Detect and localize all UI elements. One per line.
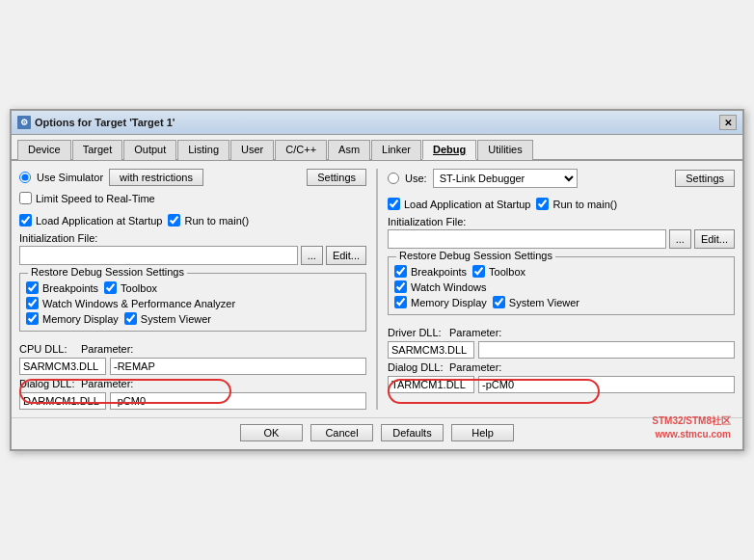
watch-right: Watch Windows — [394, 280, 728, 293]
init-file-left-row: ... Edit... — [19, 246, 366, 265]
toolbox-left-checkbox[interactable] — [104, 281, 117, 294]
run-to-main-right-checkbox[interactable] — [536, 198, 549, 210]
driver-dll-inputs — [388, 341, 735, 359]
right-settings-button[interactable]: Settings — [675, 170, 735, 187]
tab-utilities[interactable]: Utilities — [477, 140, 532, 160]
footer: OK Cancel Defaults Help STM32/STM8社区 www… — [12, 417, 742, 449]
toolbox-right: Toolbox — [472, 265, 525, 278]
simulator-radio[interactable] — [19, 172, 31, 183]
restore-group-left: Restore Debug Session Settings Breakpoin… — [19, 273, 366, 332]
init-file-left-label: Initialization File: — [19, 232, 366, 244]
panel-divider — [376, 169, 378, 410]
restore-group-left-label: Restore Debug Session Settings — [28, 266, 187, 278]
tab-target[interactable]: Target — [72, 140, 123, 160]
debugger-select[interactable]: ST-Link Debugger — [433, 169, 578, 188]
driver-param-input[interactable] — [478, 341, 735, 359]
dialog-param-input-left[interactable] — [110, 392, 366, 410]
watch-right-label: Watch Windows — [411, 281, 486, 293]
cpu-dll-input[interactable] — [19, 358, 106, 375]
tab-output[interactable]: Output — [123, 140, 176, 160]
title-bar-left: ⚙ Options for Target 'Target 1' — [17, 116, 175, 129]
tab-listing[interactable]: Listing — [177, 140, 229, 160]
run-to-main-right: Run to main() — [536, 198, 617, 210]
tab-linker[interactable]: Linker — [371, 140, 421, 160]
system-right: System Viewer — [493, 296, 579, 308]
cpu-dll-label: CPU DLL: — [19, 343, 77, 355]
init-file-right-browse[interactable]: ... — [669, 229, 691, 249]
init-file-right-input[interactable] — [388, 229, 666, 249]
cancel-button[interactable]: Cancel — [310, 424, 373, 441]
dialog-dll-row-left: Dialog DLL: Parameter: — [19, 378, 366, 389]
left-settings-button[interactable]: Settings — [307, 169, 366, 186]
toolbox-right-checkbox[interactable] — [472, 265, 485, 278]
memory-system-right: Memory Display System Viewer — [394, 296, 728, 308]
run-to-main-left-checkbox[interactable] — [168, 214, 180, 227]
breakpoints-toolbox-right: Breakpoints Toolbox — [394, 265, 728, 278]
run-to-main-left: Run to main() — [168, 214, 249, 227]
memory-right-label: Memory Display — [411, 297, 487, 308]
system-left-label: System Viewer — [141, 313, 211, 325]
breakpoints-left-checkbox[interactable] — [26, 281, 39, 294]
watermark-line2: www.stmcu.com — [652, 428, 731, 441]
right-panel: Use: ST-Link Debugger Settings Load Appl… — [388, 169, 735, 410]
with-restrictions-button[interactable]: with restrictions — [109, 169, 203, 186]
memory-left-checkbox[interactable] — [26, 312, 39, 325]
tab-bar: Device Target Output Listing User C/C++ … — [12, 135, 742, 161]
memory-left-label: Memory Display — [42, 313, 119, 325]
init-file-right-edit[interactable]: Edit... — [694, 229, 735, 249]
debugger-radio[interactable] — [388, 173, 399, 184]
watch-left-label: Watch Windows & Performance Analyzer — [42, 298, 235, 309]
load-app-right-checkbox[interactable] — [388, 198, 400, 210]
tab-device[interactable]: Device — [17, 140, 71, 160]
left-panel: Use Simulator with restrictions Settings… — [19, 169, 366, 410]
dialog-dll-input-left[interactable] — [19, 392, 106, 410]
toolbox-right-label: Toolbox — [489, 266, 525, 278]
dialog-dll-label-left: Dialog DLL: — [19, 378, 77, 389]
dialog-param-input-right[interactable] — [478, 376, 735, 393]
init-file-right: Initialization File: ... Edit... — [388, 216, 735, 249]
breakpoints-left: Breakpoints — [26, 281, 98, 294]
limit-speed-label: Limit Speed to Real-Time — [36, 193, 155, 204]
memory-right: Memory Display — [394, 296, 487, 308]
driver-dll-input[interactable] — [388, 341, 474, 359]
tab-user[interactable]: User — [230, 140, 274, 160]
breakpoints-right: Breakpoints — [394, 265, 467, 278]
limit-speed-checkbox[interactable] — [19, 192, 32, 204]
load-run-row-right: Load Application at Startup Run to main(… — [388, 198, 735, 210]
init-file-left-browse[interactable]: ... — [301, 246, 323, 265]
dialog-dll-input-right[interactable] — [388, 376, 474, 393]
cpu-param-label: Parameter: — [81, 343, 134, 355]
window-title: Options for Target 'Target 1' — [35, 117, 175, 128]
restore-group-left-content: Breakpoints Toolbox Watch Windows & Perf… — [26, 281, 360, 325]
watch-left-checkbox[interactable] — [26, 297, 39, 309]
init-file-left-edit[interactable]: Edit... — [326, 246, 366, 265]
watermark-line1: STM32/STM8社区 — [652, 414, 731, 428]
defaults-button[interactable]: Defaults — [381, 424, 444, 441]
help-button[interactable]: Help — [451, 424, 514, 441]
ok-button[interactable]: OK — [240, 424, 303, 441]
dialog-param-label-left: Parameter: — [81, 378, 134, 389]
dialog-param-label-right: Parameter: — [449, 361, 502, 373]
breakpoints-right-label: Breakpoints — [411, 266, 467, 278]
breakpoints-right-checkbox[interactable] — [394, 265, 407, 278]
load-app-left-label: Load Application at Startup — [36, 215, 162, 227]
system-right-checkbox[interactable] — [493, 296, 505, 308]
breakpoints-left-label: Breakpoints — [42, 282, 98, 294]
cpu-dll-inputs — [19, 358, 366, 375]
watch-right-checkbox[interactable] — [394, 280, 407, 293]
system-left-checkbox[interactable] — [124, 312, 137, 325]
debugger-use-label: Use: — [405, 173, 427, 184]
driver-dll-label: Driver DLL: — [388, 327, 445, 338]
close-button[interactable]: ✕ — [719, 115, 737, 130]
load-app-left-checkbox[interactable] — [19, 214, 32, 227]
tab-asm[interactable]: Asm — [328, 140, 370, 160]
load-app-left: Load Application at Startup — [19, 214, 162, 227]
memory-system-left: Memory Display System Viewer — [26, 312, 360, 325]
restore-group-right: Restore Debug Session Settings Breakpoin… — [388, 256, 735, 315]
tab-debug[interactable]: Debug — [422, 140, 476, 160]
cpu-param-input[interactable] — [110, 358, 366, 375]
init-file-left-input[interactable] — [19, 246, 298, 265]
restore-group-right-label: Restore Debug Session Settings — [396, 250, 555, 261]
tab-cpp[interactable]: C/C++ — [275, 140, 327, 160]
memory-right-checkbox[interactable] — [394, 296, 407, 308]
